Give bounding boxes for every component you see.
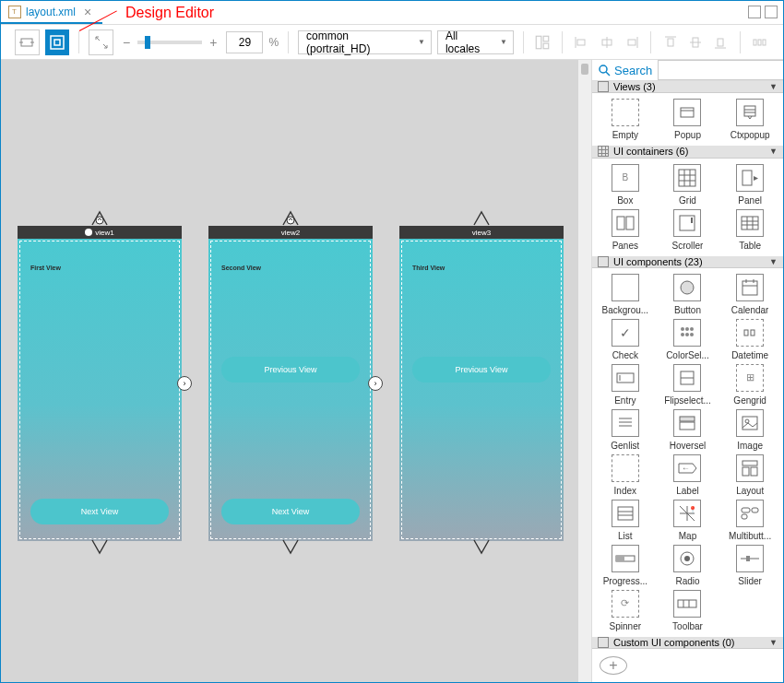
palette-item-entry[interactable]: Entry: [594, 364, 657, 406]
palette-item-index[interactable]: Index: [594, 454, 657, 496]
locales-dropdown[interactable]: All locales: [437, 30, 514, 54]
zoom-slider-thumb[interactable]: [145, 36, 150, 49]
section-views-header[interactable]: Views (3)▼: [592, 81, 783, 93]
empty-icon: [612, 99, 639, 126]
palette-item-hoversel[interactable]: Hoversel: [657, 409, 719, 451]
custom-icon: [598, 637, 609, 648]
palette-item-scroller[interactable]: Scroller: [657, 209, 719, 251]
tab-layout-xml[interactable]: layout.xml ×: [1, 1, 102, 24]
palette-item-layout[interactable]: Layout: [719, 454, 781, 496]
align-center-h-button[interactable]: [597, 31, 616, 53]
palette-item-flipselect[interactable]: Flipselect...: [657, 364, 719, 406]
palette-item-button[interactable]: Button: [657, 274, 719, 315]
canvas-scrollbar[interactable]: [578, 60, 591, 682]
tab-bar: layout.xml × Design Editor: [1, 1, 783, 25]
palette-item-radio[interactable]: Radio: [657, 545, 719, 586]
palette-item-map[interactable]: 📍Map: [657, 500, 719, 541]
design-canvas[interactable]: view1 First View Next View › view2 Secon…: [1, 60, 591, 682]
svg-rect-15: [668, 39, 673, 46]
palette-item-genlist[interactable]: Genlist: [594, 409, 657, 451]
align-middle-button[interactable]: [686, 31, 706, 53]
align-top-button[interactable]: [660, 31, 680, 53]
svg-rect-5: [537, 36, 542, 49]
chevron-down-icon: ▼: [769, 638, 778, 647]
section-containers-header[interactable]: UI containers (6)▼: [592, 146, 783, 158]
item-label: Multibutt...: [729, 531, 771, 541]
svg-rect-70: [742, 417, 757, 430]
fit-width-button[interactable]: [15, 29, 40, 55]
item-label: Check: [612, 350, 638, 360]
item-label: Image: [737, 441, 763, 451]
close-icon[interactable]: ×: [80, 5, 95, 19]
zoom-input[interactable]: [226, 31, 263, 53]
zoom-in-button[interactable]: +: [206, 35, 220, 50]
minimize-button[interactable]: [748, 6, 761, 18]
preset-dropdown[interactable]: common (portrait_HD): [298, 30, 432, 54]
align-left-button[interactable]: [572, 31, 591, 53]
view-box-3[interactable]: view3 Third View Previous View: [399, 226, 564, 541]
svg-rect-22: [763, 40, 766, 45]
scrollbar-thumb[interactable]: [581, 64, 588, 75]
palette-item-popup[interactable]: Popup: [657, 99, 719, 140]
svg-rect-75: [751, 467, 757, 476]
ctxpopup-icon: [736, 99, 764, 126]
palette-item-empty[interactable]: Empty: [594, 99, 657, 140]
section-custom-header[interactable]: Custom UI components (0)▼: [592, 637, 783, 649]
palette-item-datetime[interactable]: Datetime: [719, 319, 781, 360]
palette-item-image[interactable]: Image: [719, 409, 781, 451]
preset-value: common (portrait_HD): [306, 29, 412, 55]
view-box-1[interactable]: view1 First View Next View ›: [18, 226, 182, 541]
palette-item-label[interactable]: ←Label: [657, 454, 719, 496]
palette-item-panes[interactable]: Panes: [594, 209, 657, 251]
align-bottom-button[interactable]: [711, 31, 731, 53]
palette-item-table[interactable]: Table: [719, 209, 781, 251]
views-items: Empty Popup Ctxpopup: [592, 93, 783, 146]
zoom-out-button[interactable]: −: [119, 35, 134, 50]
prev-view-button-2[interactable]: Previous View: [221, 357, 360, 383]
view-name-1: view1: [95, 229, 113, 237]
zoom-slider[interactable]: [137, 41, 202, 44]
zoom-slider-group: − +: [119, 35, 220, 50]
grid-icon: [673, 164, 701, 192]
next-view-button-1[interactable]: Next View: [30, 499, 169, 524]
view-body-2: Second View Previous View Next View: [208, 239, 373, 541]
maximize-button[interactable]: [765, 6, 778, 18]
anchor-bottom-icon: [91, 539, 108, 557]
next-arrow-icon[interactable]: ›: [177, 376, 192, 391]
palette-item-colorsel[interactable]: ColorSel...: [657, 319, 719, 360]
palette-item-ctxpopup[interactable]: Ctxpopup: [719, 99, 781, 140]
palette-item-background[interactable]: Backgrou...: [594, 274, 657, 315]
check-icon: ✓: [612, 319, 639, 347]
distribute-button[interactable]: [750, 31, 769, 53]
palette-item-check[interactable]: ✓Check: [594, 319, 657, 360]
annotation-design-editor: Design Editor: [125, 5, 214, 21]
search-row: Search ▶: [592, 60, 783, 81]
palette-item-spinner[interactable]: ⟳Spinner: [594, 590, 657, 631]
palette-item-toolbar[interactable]: Toolbar: [657, 590, 719, 631]
next-view-button-2[interactable]: Next View: [221, 499, 360, 524]
index-icon: [612, 454, 639, 482]
palette-item-list[interactable]: List: [594, 500, 657, 541]
svg-rect-9: [577, 40, 585, 45]
palette-item-slider[interactable]: Slider: [719, 545, 781, 586]
palette-item-calendar[interactable]: Calendar: [719, 274, 781, 315]
palette-item-multibutton[interactable]: Multibutt...: [719, 500, 781, 541]
palette-item-gengrid[interactable]: ⊞Gengrid: [719, 364, 781, 406]
search-input[interactable]: [658, 60, 783, 80]
file-icon: [8, 6, 21, 18]
palette-item-panel[interactable]: ▸Panel: [719, 164, 781, 206]
palette-item-progress[interactable]: Progress...: [594, 545, 657, 586]
fullscreen-button[interactable]: [89, 29, 113, 55]
design-mode-button[interactable]: [45, 29, 70, 55]
prev-view-button-3[interactable]: Previous View: [412, 357, 551, 383]
palette-item-grid[interactable]: Grid: [657, 164, 719, 206]
layout-tool-1[interactable]: [533, 31, 552, 53]
section-components-header[interactable]: UI components (23)▼: [592, 256, 783, 268]
next-arrow-icon[interactable]: ›: [368, 376, 383, 391]
item-label: Table: [739, 241, 761, 251]
add-custom-button[interactable]: +: [600, 656, 627, 675]
view-box-2[interactable]: view2 Second View Previous View Next Vie…: [208, 226, 373, 541]
align-right-button[interactable]: [622, 31, 641, 53]
palette-item-box[interactable]: BBox: [594, 164, 657, 206]
anchor-bottom-icon: [473, 539, 490, 557]
